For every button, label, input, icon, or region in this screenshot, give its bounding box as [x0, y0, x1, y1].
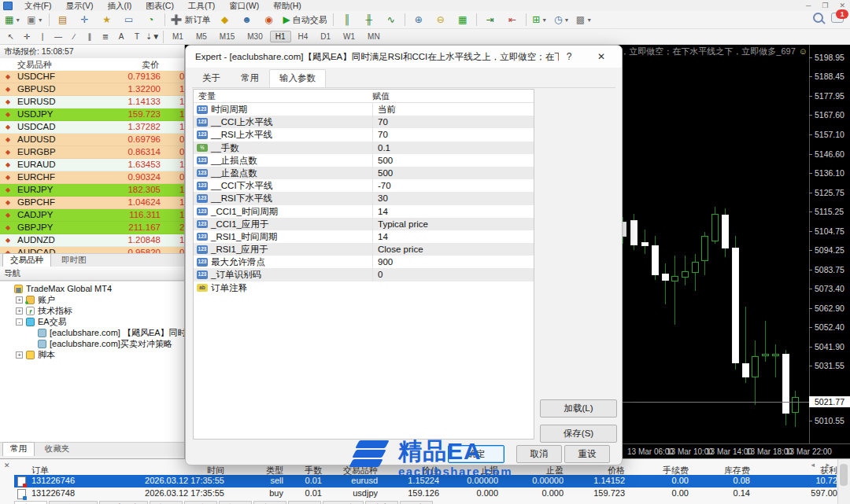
- terminal-tab-新闻[interactable]: 新闻: [150, 501, 183, 504]
- templates-button-dropdown-icon[interactable]: ▼: [586, 17, 592, 23]
- cursor-tool[interactable]: ↖: [4, 31, 18, 43]
- line-chart-button[interactable]: ∿: [381, 12, 401, 28]
- param-value[interactable]: 14: [372, 230, 532, 243]
- tree-item-accounts[interactable]: +账户: [0, 294, 184, 305]
- param-value[interactable]: Typical price: [372, 218, 532, 230]
- param-row[interactable]: 123时间周期当前: [194, 103, 534, 116]
- param-row[interactable]: 123_订单识别码0: [194, 268, 534, 281]
- shapes-tool-dropdown-icon[interactable]: ▼: [152, 32, 160, 41]
- param-value[interactable]: 30: [372, 192, 532, 204]
- tab-common[interactable]: 常用: [231, 69, 269, 87]
- param-value[interactable]: 14: [372, 205, 532, 218]
- ok-button[interactable]: 确定: [448, 445, 504, 463]
- channel-tool[interactable]: ∥: [83, 31, 97, 43]
- param-value[interactable]: Close price: [372, 243, 532, 256]
- param-row[interactable]: 123__CCI下水平线-70: [194, 179, 534, 192]
- new-order-button[interactable]: ➕新订单: [168, 12, 213, 28]
- signals-button[interactable]: ◉: [259, 12, 279, 28]
- terminal-close-icon[interactable]: ✕: [4, 462, 10, 469]
- label-tool[interactable]: T: [130, 31, 144, 43]
- param-row[interactable]: ½__手数0.1: [194, 142, 534, 154]
- menu-图表[interactable]: 图表(C): [139, 1, 181, 10]
- param-row[interactable]: 123__止损点数500: [194, 154, 534, 167]
- dialog-title-bar[interactable]: Expert - [eaclubshare.com]【飓风EA】同时满足RSI和…: [186, 46, 622, 68]
- search-icon[interactable]: [813, 13, 823, 23]
- tile-windows-button[interactable]: ▦: [453, 12, 473, 28]
- save-button[interactable]: 保存(S): [540, 425, 617, 443]
- param-value[interactable]: 0.1: [372, 142, 532, 154]
- menu-窗口[interactable]: 窗口(W): [222, 1, 266, 10]
- market-watch-row[interactable]: ◆GBPUSD1.322001.32200: [0, 83, 184, 96]
- terminal-tab-邮箱[interactable]: 邮箱: [219, 501, 252, 504]
- auto-scroll-button[interactable]: ⇥: [480, 12, 501, 28]
- new-chart-button[interactable]: ▦▼: [2, 12, 23, 28]
- periods-button-dropdown-icon[interactable]: ▼: [564, 17, 570, 23]
- param-row[interactable]: 123__RSI上水平线70: [194, 128, 534, 141]
- tree-item-scripts[interactable]: +脚本: [0, 349, 184, 360]
- expand-icon[interactable]: +: [16, 307, 23, 315]
- menu-工具[interactable]: 工具(T): [181, 1, 222, 10]
- metaeditor-button[interactable]: ◆: [215, 12, 235, 28]
- param-row[interactable]: 123_RSI1_应用于Close price: [194, 243, 534, 256]
- terminal-tab-警报[interactable]: 警报: [184, 501, 217, 504]
- shapes-tool[interactable]: ⇣▼: [146, 31, 160, 43]
- candlestick-chart-button[interactable]: ╫: [359, 12, 379, 28]
- terminal-tab-信号[interactable]: 信号: [288, 501, 321, 504]
- market-watch-row[interactable]: ◆EURUSD1.141331.14133: [0, 96, 184, 109]
- param-value[interactable]: 70: [372, 128, 532, 141]
- market-watch-row[interactable]: ◆EURCHF0.903240.90324: [0, 171, 184, 184]
- param-value[interactable]: 当前: [372, 103, 532, 116]
- param-value[interactable]: -70: [372, 179, 532, 192]
- param-row[interactable]: 123__止盈点数500: [194, 167, 534, 179]
- market-watch-row[interactable]: ◆EURGBP0.863140.86314: [0, 146, 184, 159]
- menu-帮助[interactable]: 帮助(H): [266, 1, 309, 10]
- market-watch-row[interactable]: ◆AUDCAD0.958200.95820: [0, 247, 184, 253]
- param-value[interactable]: 70: [372, 116, 532, 128]
- notifications-icon[interactable]: 1: [831, 13, 844, 23]
- timeframe-m30[interactable]: M30: [242, 31, 268, 42]
- terminal-scrollbar[interactable]: [837, 459, 850, 504]
- tab-about[interactable]: 关于: [192, 69, 231, 87]
- timeframe-m1[interactable]: M1: [167, 31, 189, 42]
- param-row[interactable]: 123最大允许滑点900: [194, 256, 534, 268]
- param-value[interactable]: 0: [372, 268, 532, 281]
- param-row[interactable]: 123_RSI1_时间周期14: [194, 230, 534, 243]
- dialog-close-button[interactable]: ✕: [587, 46, 615, 68]
- indicators-button-dropdown-icon[interactable]: ▼: [541, 17, 547, 23]
- zoom-in-button[interactable]: ⊕: [408, 12, 429, 28]
- expand-icon[interactable]: +: [16, 296, 23, 304]
- navigator-tab-常用[interactable]: 常用: [2, 442, 35, 456]
- timeframe-m5[interactable]: M5: [190, 31, 213, 42]
- terminal-order-row[interactable]: 1312267482026.03.12 17:35:55buy0.01usdjp…: [14, 487, 837, 500]
- market-watch-col-symbol[interactable]: 交易品种: [17, 59, 52, 71]
- timeframe-w1[interactable]: W1: [338, 31, 360, 42]
- tree-item-expert[interactable]: [eaclubshare.com]买卖对冲策略: [0, 338, 184, 349]
- minimize-button[interactable]: ─: [806, 1, 811, 10]
- market-watch-tab-即时图[interactable]: 即时图: [54, 253, 94, 267]
- param-value[interactable]: 900: [372, 256, 532, 268]
- market-watch-row[interactable]: ◆CADJPY116.311116.311: [0, 209, 184, 222]
- expand-icon[interactable]: +: [16, 351, 23, 359]
- fibonacci-tool[interactable]: ≣: [98, 31, 113, 43]
- timeframe-h4[interactable]: H4: [293, 31, 314, 42]
- terminal-tab-代码库[interactable]: 代码库: [323, 501, 364, 504]
- restore-button[interactable]: ❐: [822, 1, 828, 10]
- timeframe-h1[interactable]: H1: [270, 31, 291, 42]
- timeframe-d1[interactable]: D1: [315, 31, 336, 42]
- tree-item-platform[interactable]: ▦TradeMax Global MT4: [0, 283, 184, 294]
- menu-插入[interactable]: 插入(I): [100, 1, 139, 10]
- autotrading-button[interactable]: ▶自动交易: [281, 12, 330, 28]
- market-watch-row[interactable]: ◆GBPCHF1.046241.04624: [0, 197, 184, 209]
- templates-button[interactable]: ▩▼: [574, 12, 594, 28]
- reset-button[interactable]: 重设: [564, 445, 610, 463]
- terminal-tab-市场[interactable]: 市场: [253, 501, 286, 504]
- dialog-help-button[interactable]: ?: [557, 46, 581, 68]
- new-chart-button-dropdown-icon[interactable]: ▼: [15, 17, 20, 23]
- trendline-tool[interactable]: ∕: [67, 31, 81, 43]
- market-watch-row[interactable]: ◆GBPJPY211.167211.167: [0, 222, 184, 234]
- data-window-toggle[interactable]: ✛: [75, 12, 95, 28]
- load-button[interactable]: 加载(L): [540, 399, 617, 418]
- market-watch-row[interactable]: ◆USDCAD1.372821.37282: [0, 121, 184, 134]
- terminal-tab-风险敞口[interactable]: 风险敞口: [49, 501, 98, 504]
- collapse-icon[interactable]: -: [16, 318, 23, 326]
